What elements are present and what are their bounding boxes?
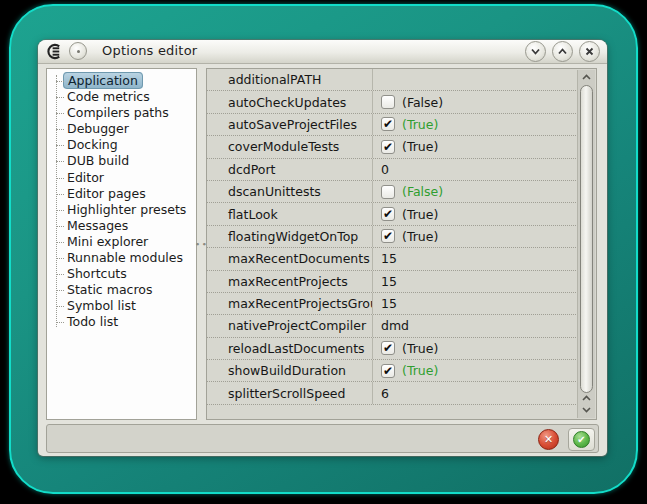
option-name[interactable]: dcdPort bbox=[207, 159, 373, 180]
option-name[interactable]: autoCheckUpdates bbox=[207, 91, 373, 112]
sidebar-item-code-metrics[interactable]: Code metrics bbox=[47, 89, 196, 105]
cancel-button[interactable]: ✕ bbox=[538, 429, 559, 450]
option-name[interactable]: additionalPATH bbox=[207, 69, 373, 90]
option-row-autocheckupdates[interactable]: autoCheckUpdates(False) bbox=[207, 91, 578, 113]
option-value[interactable]: (False) bbox=[373, 181, 578, 202]
sidebar-item-compilers-paths[interactable]: Compilers paths bbox=[47, 105, 196, 121]
option-row-showbuildduration[interactable]: showBuildDuration✔(True) bbox=[207, 360, 578, 382]
sidebar-item-editor-pages[interactable]: Editor pages bbox=[47, 186, 196, 202]
option-row-maxrecentprojectsgrou[interactable]: maxRecentProjectsGrou15 bbox=[207, 293, 578, 315]
accept-button[interactable]: ✔ bbox=[568, 428, 595, 451]
titlebar[interactable]: Options editor bbox=[38, 40, 607, 64]
checkbox-checked[interactable]: ✔ bbox=[381, 117, 395, 131]
option-name[interactable]: maxRecentProjects bbox=[207, 271, 373, 292]
checkbox-checked[interactable]: ✔ bbox=[381, 207, 395, 221]
sticky-button[interactable] bbox=[69, 42, 87, 60]
unshade-button[interactable] bbox=[552, 41, 573, 62]
sidebar-item-messages[interactable]: Messages bbox=[47, 218, 196, 234]
checkbox-unchecked[interactable] bbox=[381, 185, 395, 199]
chevron-up-icon bbox=[557, 46, 568, 57]
option-value[interactable]: dmd bbox=[373, 315, 578, 336]
grid-scrollbar[interactable] bbox=[577, 70, 595, 418]
option-value-text: (True) bbox=[402, 207, 438, 222]
window-title: Options editor bbox=[102, 43, 197, 58]
option-value[interactable]: 15 bbox=[373, 248, 578, 269]
option-value-text: 15 bbox=[381, 251, 397, 266]
sidebar-item-static-macros[interactable]: Static macros bbox=[47, 282, 196, 298]
option-value[interactable]: ✔(True) bbox=[373, 226, 578, 247]
option-row-maxrecentdocuments[interactable]: maxRecentDocuments15 bbox=[207, 248, 578, 270]
option-value[interactable]: ✔(True) bbox=[373, 136, 578, 157]
sidebar-item-todo-list[interactable]: Todo list bbox=[47, 314, 196, 330]
option-value[interactable]: ✔(True) bbox=[373, 338, 578, 359]
option-row-covermoduletests[interactable]: coverModuleTests✔(True) bbox=[207, 136, 578, 158]
option-value[interactable]: ✔(True) bbox=[373, 203, 578, 224]
option-name[interactable]: floatingWidgetOnTop bbox=[207, 226, 373, 247]
option-row-flatlook[interactable]: flatLook✔(True) bbox=[207, 203, 578, 225]
option-name[interactable]: nativeProjectCompiler bbox=[207, 315, 373, 336]
sidebar-item-label: Messages bbox=[67, 218, 128, 233]
option-name[interactable]: showBuildDuration bbox=[207, 360, 373, 381]
sidebar-list: ApplicationCode metricsCompilers pathsDe… bbox=[47, 69, 196, 331]
option-value-text: 15 bbox=[381, 296, 397, 311]
sidebar-item-highlighter-presets[interactable]: Highlighter presets bbox=[47, 202, 196, 218]
option-value[interactable]: 6 bbox=[373, 382, 578, 403]
option-name[interactable]: maxRecentProjectsGrou bbox=[207, 293, 373, 314]
scroll-down-icon[interactable] bbox=[578, 404, 595, 416]
option-row-maxrecentprojects[interactable]: maxRecentProjects15 bbox=[207, 271, 578, 293]
sidebar-item-label: DUB build bbox=[67, 153, 129, 168]
option-name[interactable]: flatLook bbox=[207, 203, 373, 224]
sidebar-item-label: Editor bbox=[67, 170, 104, 185]
option-name[interactable]: dscanUnittests bbox=[207, 181, 373, 202]
sidebar-item-symbol-list[interactable]: Symbol list bbox=[47, 298, 196, 314]
option-value[interactable] bbox=[373, 69, 578, 90]
sidebar-item-docking[interactable]: Docking bbox=[47, 137, 196, 153]
option-value[interactable]: 0 bbox=[373, 159, 578, 180]
splitter-handle[interactable]: ∙∙ bbox=[197, 68, 206, 420]
option-row-splitterscrollspeed[interactable]: splitterScrollSpeed6 bbox=[207, 382, 578, 404]
option-name[interactable]: autoSaveProjectFiles bbox=[207, 114, 373, 135]
option-value-text: (True) bbox=[402, 117, 438, 132]
option-value[interactable]: 15 bbox=[373, 271, 578, 292]
option-value-text: 6 bbox=[381, 386, 389, 401]
scroll-up-icon[interactable] bbox=[578, 70, 595, 83]
option-row-dscanunittests[interactable]: dscanUnittests(False) bbox=[207, 181, 578, 203]
option-name[interactable]: coverModuleTests bbox=[207, 136, 373, 157]
checkbox-checked[interactable]: ✔ bbox=[381, 140, 395, 154]
sidebar-item-debugger[interactable]: Debugger bbox=[47, 121, 196, 137]
footer-toolbar: ✕ ✔ bbox=[46, 424, 599, 453]
close-button[interactable] bbox=[579, 41, 600, 62]
scroll-up-icon[interactable] bbox=[578, 392, 595, 404]
sidebar-item-dub-build[interactable]: DUB build bbox=[47, 153, 196, 169]
sidebar-item-runnable-modules[interactable]: Runnable modules bbox=[47, 250, 196, 266]
scrollbar-thumb[interactable] bbox=[580, 85, 593, 393]
option-name[interactable]: maxRecentDocuments bbox=[207, 248, 373, 269]
options-grid: additionalPATHautoCheckUpdates(False)aut… bbox=[206, 68, 597, 420]
sidebar-item-application[interactable]: Application bbox=[47, 73, 196, 89]
option-value[interactable]: (False) bbox=[373, 91, 578, 112]
option-row-autosaveprojectfiles[interactable]: autoSaveProjectFiles✔(True) bbox=[207, 114, 578, 136]
cross-icon: ✕ bbox=[544, 434, 553, 445]
sidebar-item-label: Static macros bbox=[67, 282, 152, 297]
option-row-nativeprojectcompiler[interactable]: nativeProjectCompilerdmd bbox=[207, 315, 578, 337]
option-value[interactable]: ✔(True) bbox=[373, 114, 578, 135]
option-value[interactable]: ✔(True) bbox=[373, 360, 578, 381]
option-row-reloadlastdocuments[interactable]: reloadLastDocuments✔(True) bbox=[207, 338, 578, 360]
checkbox-checked[interactable]: ✔ bbox=[381, 229, 395, 243]
option-name[interactable]: reloadLastDocuments bbox=[207, 338, 373, 359]
option-row-additionalpath[interactable]: additionalPATH bbox=[207, 69, 578, 91]
sidebar-item-label: Highlighter presets bbox=[67, 202, 186, 217]
option-row-dcdport[interactable]: dcdPort0 bbox=[207, 159, 578, 181]
checkbox-checked[interactable]: ✔ bbox=[381, 341, 395, 355]
shade-button[interactable] bbox=[525, 41, 546, 62]
sidebar-item-label: Mini explorer bbox=[67, 234, 148, 249]
sidebar-item-mini-explorer[interactable]: Mini explorer bbox=[47, 234, 196, 250]
option-name[interactable]: splitterScrollSpeed bbox=[207, 382, 373, 403]
option-row-floatingwidgetontop[interactable]: floatingWidgetOnTop✔(True) bbox=[207, 226, 578, 248]
sidebar-item-editor[interactable]: Editor bbox=[47, 170, 196, 186]
sidebar-item-shortcuts[interactable]: Shortcuts bbox=[47, 266, 196, 282]
option-value[interactable]: 15 bbox=[373, 293, 578, 314]
checkbox-unchecked[interactable] bbox=[381, 95, 395, 109]
checkbox-checked[interactable]: ✔ bbox=[381, 364, 395, 378]
scrollbar-bottom-buttons bbox=[578, 392, 595, 416]
